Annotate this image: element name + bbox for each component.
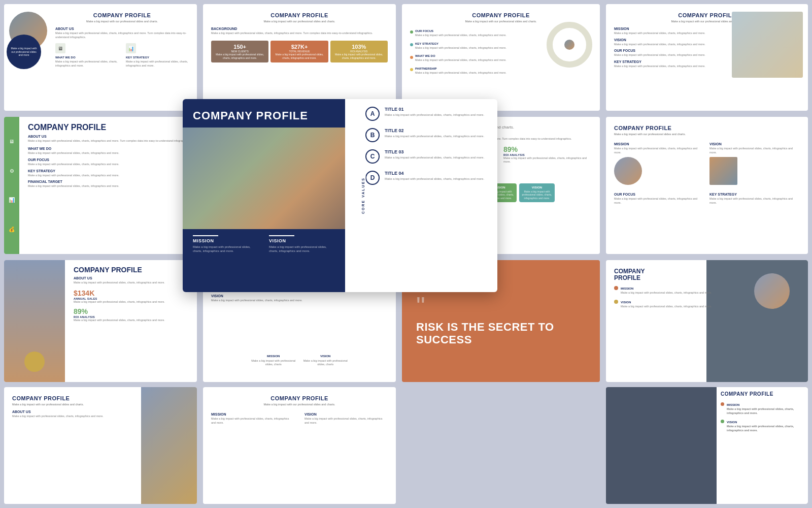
- slide3-keystrategy-label: KEY STRATEGY: [415, 42, 506, 45]
- title-text-d: TITLE 04 Make a big impact with professi…: [385, 171, 484, 181]
- circle-b: B: [365, 128, 380, 142]
- title-item-a: A TITLE 01 Make a big impact with profes…: [365, 107, 490, 121]
- extra2-vision-text: Make a big impact with professional slid…: [304, 417, 388, 425]
- mid4-vision-text: Make a big impact with professional slid…: [709, 147, 800, 154]
- bottom4-vision-text: Make a big impact with professional slid…: [621, 305, 749, 309]
- extra2-mission-text: Make a big impact with professional slid…: [211, 417, 294, 425]
- mission-separator: [193, 235, 218, 236]
- slide2-stat2-num: $27K+: [273, 44, 326, 50]
- bottom4-left: COMPANYPROFILE MISSION Make a big impact…: [614, 268, 749, 374]
- slide2-stat3: 103% ROI ANALYSIS Make a big impact with…: [330, 41, 388, 63]
- bottom4-mission-dot: MISSION: [614, 284, 749, 291]
- featured-bottom-info: MISSION Make a big impact with professio…: [183, 229, 345, 259]
- bottom1-circle-accent: [24, 352, 45, 372]
- slide-1: Make a big impact with our professional …: [4, 4, 197, 111]
- mid3-vision-card: VISION Make a big impact with profession…: [519, 183, 555, 203]
- bottom2-vision-footer-label: VISION: [303, 355, 348, 358]
- slide1-content: COMPANY PROFILE Make a big impact with o…: [55, 12, 189, 68]
- title3-text: Make a big impact with professional slid…: [385, 155, 484, 160]
- bottom1-left-img: [4, 260, 65, 382]
- circle-c: C: [365, 149, 380, 164]
- slide-mid1-wrapper: 🖥 ⚙ 📊 💰 COMPANY PROFILE ABOUT US Make a …: [4, 117, 197, 254]
- extra2-subtitle: Make a big impact with our professional …: [211, 403, 388, 406]
- slide1-whatwedo: 🖥 WHAT WE DO Make a big impact with prof…: [55, 43, 118, 68]
- slide1-whatwedo-text: Make a big impact with professional slid…: [55, 60, 118, 68]
- slide-mid1-content: COMPANY PROFILE ABOUT US Make a big impa…: [22, 117, 197, 195]
- mid4-keystrategy-label: KEY STRATEGY: [709, 193, 800, 196]
- mid1-ourfocus-text: Make a big impact with professional slid…: [28, 163, 191, 167]
- mid3-stat2: 89% ROI ANALYSIS Make a big impact with …: [503, 145, 592, 164]
- extra4-vision-dot: [721, 420, 724, 423]
- extra4-right: COMPANY PROFILE MISSION Make a big impac…: [717, 387, 808, 504]
- title4-label: TITLE 04: [385, 171, 484, 176]
- slide2-stat1: 150+ NEW CLIENTS Make a big impact with …: [211, 41, 268, 63]
- slide3-ourfocus-label: OUR FOCUS: [415, 29, 506, 33]
- bottom1-stat2-text: Make a big impact with professional slid…: [74, 319, 165, 323]
- slide3-title: COMPANY PROFILE: [410, 12, 592, 18]
- slide2-bg-label: BACKGROUND: [211, 27, 388, 30]
- extra2-vision-label: VISION: [304, 412, 388, 416]
- slide-mid1: 🖥 ⚙ 📊 💰 COMPANY PROFILE ABOUT US Make a …: [4, 117, 197, 254]
- icon-financial: 💰: [8, 225, 16, 233]
- slide-extra4: COMPANY PROFILE MISSION Make a big impac…: [606, 387, 808, 504]
- mid4-vision: VISION Make a big impact with profession…: [709, 140, 800, 185]
- mid4-vision-label: VISION: [709, 142, 800, 146]
- slide4-main-img: [732, 12, 803, 78]
- bottom4-vision-label: VISION: [621, 301, 631, 304]
- mid3-mission-cards: MISSION Make a big impact with professio…: [481, 183, 592, 203]
- mid1-financial-label: FINANCIAL TARGET: [28, 180, 191, 183]
- mid1-keystrategy: KEY STRATEGY Make a big impact with prof…: [28, 169, 191, 178]
- mid4-ourfocus-label: OUR FOCUS: [614, 193, 704, 196]
- dot-partnership: [410, 68, 413, 71]
- mid3-vision-label: VISION: [522, 186, 552, 189]
- extra2-vision: VISION Make a big impact with profession…: [304, 410, 388, 425]
- title-item-c: C TITLE 03 Make a big impact with profes…: [365, 149, 490, 164]
- mid3-stat2-text: Make a big impact with professional slid…: [503, 156, 592, 164]
- title-text-b: TITLE 02 Make a big impact with professi…: [385, 128, 484, 138]
- slide2-stat1-sub: Make a big impact with professional slid…: [213, 53, 266, 59]
- slide-extra4-wrapper: COMPANY PROFILE MISSION Make a big impac…: [606, 387, 808, 504]
- slide-extra1: COMPANY PROFILE Make a big impact with o…: [4, 387, 197, 504]
- core-values-label: CORE VALUES: [360, 175, 366, 216]
- mid4-vision-img: [709, 157, 737, 185]
- slide3-keystrategy-text: Make a big impact with professional slid…: [415, 46, 506, 50]
- slide-3-wrapper: COMPANY PROFILE Make a big impact with o…: [402, 4, 600, 111]
- mid1-keystrategy-label: KEY STRATEGY: [28, 169, 191, 173]
- mid4-mission-label: MISSION: [614, 142, 704, 146]
- extra4-vision-text: Make a big impact with professional slid…: [727, 425, 804, 432]
- bottom1-stat1: $134K ANNUAL SALES Make a big impact wit…: [74, 289, 191, 304]
- mid1-financial: FINANCIAL TARGET Make a big impact with …: [28, 180, 191, 188]
- mid1-keystrategy-text: Make a big impact with professional slid…: [28, 174, 191, 178]
- featured-titles-list: A TITLE 01 Make a big impact with profes…: [358, 107, 490, 185]
- slide2-subtitle: Make a big impact with our professional …: [211, 20, 388, 23]
- bottom1-stat1-text: Make a big impact with professional slid…: [74, 300, 191, 304]
- featured-left-panel: COMPANY PROFILE MISSION Make a big impac…: [183, 99, 345, 292]
- bottom1-stats-row: 89% ROI ANALYSIS Make a big impact with …: [74, 307, 191, 323]
- slide1-keystrategy-label: KEY STRATEGY: [126, 56, 189, 59]
- bottom4-mission-label: MISSION: [621, 287, 633, 290]
- bottom4-right: [754, 268, 800, 374]
- title-text-c: TITLE 03 Make a big impact with professi…: [385, 149, 484, 160]
- bottom1-about-label: ABOUT US: [74, 276, 191, 280]
- bottom2-mission-footer-label: MISSION: [251, 355, 296, 358]
- mid3-vision-text: Make a big impact with professional slid…: [522, 190, 552, 200]
- slide-2: COMPANY PROFILE Make a big impact with o…: [203, 4, 396, 111]
- slide4-ourfocus-label: OUR FOCUS: [614, 49, 716, 52]
- quote-text: RISK IS THE SECRET TO SUCCESS: [416, 321, 586, 346]
- bottom4-circle-img: [754, 273, 790, 309]
- slide1-keystrategy-text: Make a big impact with professional slid…: [126, 60, 189, 68]
- mid4-bottom-row: OUR FOCUS Make a big impact with profess…: [614, 190, 800, 205]
- slide-3: COMPANY PROFILE Make a big impact with o…: [402, 4, 600, 111]
- title-item-b: B TITLE 02 Make a big impact with profes…: [365, 128, 490, 142]
- bottom1-stat1-num: $134K: [74, 289, 191, 297]
- slide2-stat2-sub: Make a big impact with professional slid…: [273, 53, 326, 59]
- quote-mark: ": [416, 296, 425, 316]
- slide-mid4-subtitle: Make a big impact with our professional …: [614, 133, 800, 136]
- dot-keystrategy: [410, 43, 413, 46]
- slide-4-wrapper: COMPANY PROFILE Make a big impact with o…: [606, 4, 808, 111]
- mission-dot: [614, 286, 618, 290]
- extra4-title: COMPANY PROFILE: [721, 391, 804, 397]
- mid1-whatwedo-label: WHAT WE DO: [28, 147, 191, 150]
- dot-whatwedo: [410, 56, 413, 59]
- bottom2-vision-img-group: VISION Make a big impact with profession…: [303, 355, 348, 367]
